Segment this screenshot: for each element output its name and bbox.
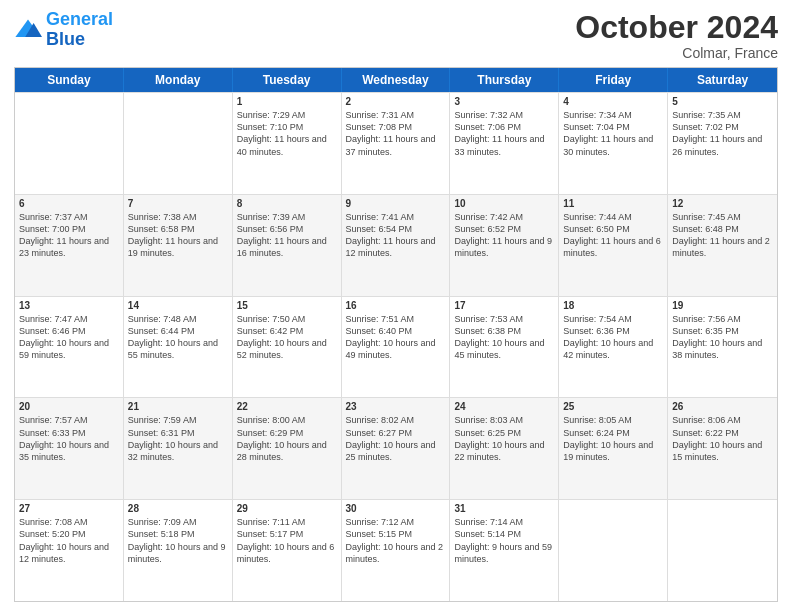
calendar-cell-16: 16Sunrise: 7:51 AM Sunset: 6:40 PM Dayli… (342, 297, 451, 398)
calendar-cell-18: 18Sunrise: 7:54 AM Sunset: 6:36 PM Dayli… (559, 297, 668, 398)
cell-info: Sunrise: 7:08 AM Sunset: 5:20 PM Dayligh… (19, 516, 119, 565)
cell-day-number: 6 (19, 198, 119, 209)
cell-day-number: 14 (128, 300, 228, 311)
calendar-cell-14: 14Sunrise: 7:48 AM Sunset: 6:44 PM Dayli… (124, 297, 233, 398)
calendar-cell-13: 13Sunrise: 7:47 AM Sunset: 6:46 PM Dayli… (15, 297, 124, 398)
cell-day-number: 21 (128, 401, 228, 412)
cell-day-number: 5 (672, 96, 773, 107)
calendar-cell-4: 4Sunrise: 7:34 AM Sunset: 7:04 PM Daylig… (559, 93, 668, 194)
cell-info: Sunrise: 7:39 AM Sunset: 6:56 PM Dayligh… (237, 211, 337, 260)
cell-day-number: 8 (237, 198, 337, 209)
calendar-cell-20: 20Sunrise: 7:57 AM Sunset: 6:33 PM Dayli… (15, 398, 124, 499)
cell-day-number: 3 (454, 96, 554, 107)
calendar-cell-empty (559, 500, 668, 601)
cell-info: Sunrise: 7:38 AM Sunset: 6:58 PM Dayligh… (128, 211, 228, 260)
cell-day-number: 13 (19, 300, 119, 311)
cell-day-number: 9 (346, 198, 446, 209)
day-header-saturday: Saturday (668, 68, 777, 92)
cell-info: Sunrise: 7:45 AM Sunset: 6:48 PM Dayligh… (672, 211, 773, 260)
cell-info: Sunrise: 7:51 AM Sunset: 6:40 PM Dayligh… (346, 313, 446, 362)
day-header-tuesday: Tuesday (233, 68, 342, 92)
calendar-cell-8: 8Sunrise: 7:39 AM Sunset: 6:56 PM Daylig… (233, 195, 342, 296)
calendar-cell-3: 3Sunrise: 7:32 AM Sunset: 7:06 PM Daylig… (450, 93, 559, 194)
cell-day-number: 28 (128, 503, 228, 514)
cell-day-number: 29 (237, 503, 337, 514)
cell-day-number: 12 (672, 198, 773, 209)
calendar-cell-1: 1Sunrise: 7:29 AM Sunset: 7:10 PM Daylig… (233, 93, 342, 194)
cell-info: Sunrise: 8:05 AM Sunset: 6:24 PM Dayligh… (563, 414, 663, 463)
cell-info: Sunrise: 7:34 AM Sunset: 7:04 PM Dayligh… (563, 109, 663, 158)
cell-day-number: 18 (563, 300, 663, 311)
cell-day-number: 22 (237, 401, 337, 412)
cell-info: Sunrise: 8:03 AM Sunset: 6:25 PM Dayligh… (454, 414, 554, 463)
cell-day-number: 7 (128, 198, 228, 209)
calendar-cell-empty (15, 93, 124, 194)
month-title: October 2024 (575, 10, 778, 45)
logo-icon (14, 16, 42, 44)
calendar-cell-17: 17Sunrise: 7:53 AM Sunset: 6:38 PM Dayli… (450, 297, 559, 398)
calendar-cell-15: 15Sunrise: 7:50 AM Sunset: 6:42 PM Dayli… (233, 297, 342, 398)
cell-info: Sunrise: 7:37 AM Sunset: 7:00 PM Dayligh… (19, 211, 119, 260)
calendar-cell-10: 10Sunrise: 7:42 AM Sunset: 6:52 PM Dayli… (450, 195, 559, 296)
calendar-cell-28: 28Sunrise: 7:09 AM Sunset: 5:18 PM Dayli… (124, 500, 233, 601)
day-header-wednesday: Wednesday (342, 68, 451, 92)
cell-info: Sunrise: 7:11 AM Sunset: 5:17 PM Dayligh… (237, 516, 337, 565)
cell-info: Sunrise: 7:53 AM Sunset: 6:38 PM Dayligh… (454, 313, 554, 362)
calendar-cell-22: 22Sunrise: 8:00 AM Sunset: 6:29 PM Dayli… (233, 398, 342, 499)
calendar-cell-11: 11Sunrise: 7:44 AM Sunset: 6:50 PM Dayli… (559, 195, 668, 296)
cell-info: Sunrise: 7:09 AM Sunset: 5:18 PM Dayligh… (128, 516, 228, 565)
cell-day-number: 15 (237, 300, 337, 311)
cell-day-number: 26 (672, 401, 773, 412)
cell-info: Sunrise: 7:48 AM Sunset: 6:44 PM Dayligh… (128, 313, 228, 362)
cell-day-number: 24 (454, 401, 554, 412)
cell-info: Sunrise: 8:00 AM Sunset: 6:29 PM Dayligh… (237, 414, 337, 463)
calendar-cell-19: 19Sunrise: 7:56 AM Sunset: 6:35 PM Dayli… (668, 297, 777, 398)
calendar-cell-12: 12Sunrise: 7:45 AM Sunset: 6:48 PM Dayli… (668, 195, 777, 296)
cell-day-number: 20 (19, 401, 119, 412)
cell-info: Sunrise: 7:56 AM Sunset: 6:35 PM Dayligh… (672, 313, 773, 362)
cell-info: Sunrise: 7:50 AM Sunset: 6:42 PM Dayligh… (237, 313, 337, 362)
calendar-cell-23: 23Sunrise: 8:02 AM Sunset: 6:27 PM Dayli… (342, 398, 451, 499)
cell-day-number: 11 (563, 198, 663, 209)
calendar: SundayMondayTuesdayWednesdayThursdayFrid… (14, 67, 778, 602)
calendar-cell-21: 21Sunrise: 7:59 AM Sunset: 6:31 PM Dayli… (124, 398, 233, 499)
day-header-sunday: Sunday (15, 68, 124, 92)
cell-info: Sunrise: 7:29 AM Sunset: 7:10 PM Dayligh… (237, 109, 337, 158)
day-header-monday: Monday (124, 68, 233, 92)
logo-text: General Blue (46, 10, 113, 50)
cell-day-number: 17 (454, 300, 554, 311)
cell-day-number: 19 (672, 300, 773, 311)
day-header-friday: Friday (559, 68, 668, 92)
title-block: October 2024 Colmar, France (575, 10, 778, 61)
calendar-cell-empty (668, 500, 777, 601)
calendar-row: 13Sunrise: 7:47 AM Sunset: 6:46 PM Dayli… (15, 296, 777, 398)
calendar-body: 1Sunrise: 7:29 AM Sunset: 7:10 PM Daylig… (15, 92, 777, 601)
calendar-row: 6Sunrise: 7:37 AM Sunset: 7:00 PM Daylig… (15, 194, 777, 296)
day-header-thursday: Thursday (450, 68, 559, 92)
cell-info: Sunrise: 7:31 AM Sunset: 7:08 PM Dayligh… (346, 109, 446, 158)
calendar-row: 20Sunrise: 7:57 AM Sunset: 6:33 PM Dayli… (15, 397, 777, 499)
calendar-cell-empty (124, 93, 233, 194)
cell-day-number: 31 (454, 503, 554, 514)
cell-info: Sunrise: 8:06 AM Sunset: 6:22 PM Dayligh… (672, 414, 773, 463)
calendar-cell-5: 5Sunrise: 7:35 AM Sunset: 7:02 PM Daylig… (668, 93, 777, 194)
calendar-cell-25: 25Sunrise: 8:05 AM Sunset: 6:24 PM Dayli… (559, 398, 668, 499)
calendar-cell-31: 31Sunrise: 7:14 AM Sunset: 5:14 PM Dayli… (450, 500, 559, 601)
cell-day-number: 10 (454, 198, 554, 209)
cell-info: Sunrise: 8:02 AM Sunset: 6:27 PM Dayligh… (346, 414, 446, 463)
cell-info: Sunrise: 7:54 AM Sunset: 6:36 PM Dayligh… (563, 313, 663, 362)
logo: General Blue (14, 10, 113, 50)
cell-info: Sunrise: 7:14 AM Sunset: 5:14 PM Dayligh… (454, 516, 554, 565)
cell-day-number: 30 (346, 503, 446, 514)
cell-day-number: 4 (563, 96, 663, 107)
cell-day-number: 1 (237, 96, 337, 107)
calendar-cell-24: 24Sunrise: 8:03 AM Sunset: 6:25 PM Dayli… (450, 398, 559, 499)
calendar-cell-27: 27Sunrise: 7:08 AM Sunset: 5:20 PM Dayli… (15, 500, 124, 601)
cell-info: Sunrise: 7:42 AM Sunset: 6:52 PM Dayligh… (454, 211, 554, 260)
calendar-header: SundayMondayTuesdayWednesdayThursdayFrid… (15, 68, 777, 92)
calendar-row: 1Sunrise: 7:29 AM Sunset: 7:10 PM Daylig… (15, 92, 777, 194)
header: General Blue October 2024 Colmar, France (14, 10, 778, 61)
calendar-cell-7: 7Sunrise: 7:38 AM Sunset: 6:58 PM Daylig… (124, 195, 233, 296)
cell-day-number: 16 (346, 300, 446, 311)
cell-info: Sunrise: 7:59 AM Sunset: 6:31 PM Dayligh… (128, 414, 228, 463)
